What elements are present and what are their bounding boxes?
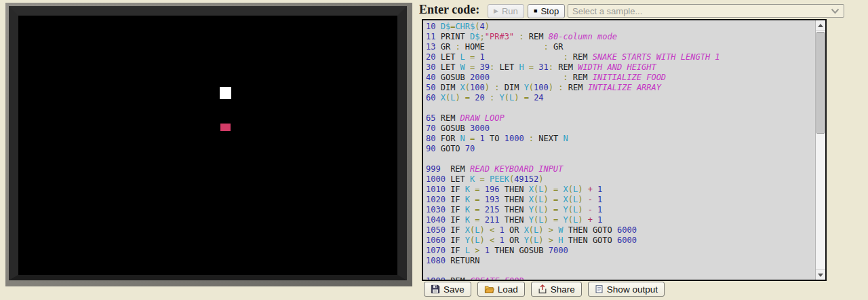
- stop-button-label: Stop: [540, 6, 559, 16]
- code-line: 13 GR : HOME : GR: [426, 42, 815, 52]
- run-button-label: Run: [502, 6, 518, 16]
- code-line: 50 DIM X(100) : DIM Y(100) : REM INTIALI…: [426, 83, 815, 93]
- code-line: 1020 IF K = 193 THEN X(L) = X(L) - 1: [426, 195, 815, 205]
- apple2-monitor: [5, 3, 412, 286]
- scrollbar-thumb[interactable]: [816, 32, 825, 134]
- sample-select[interactable]: Select a sample...: [568, 4, 844, 18]
- code-line: [426, 154, 815, 164]
- footer-toolbar: Save Load Share Show output: [424, 282, 665, 297]
- screen-bezel: [9, 6, 407, 280]
- code-line: 1070 IF L > 1 THEN GOSUB 7000: [426, 246, 815, 256]
- code-line: 40 GOSUB 2000 : REM INITIALIZE FOOD: [426, 73, 815, 83]
- code-line: 90 GOTO 70: [426, 144, 815, 154]
- code-line: 10 D$=CHR$(4): [426, 22, 815, 32]
- scroll-up-button[interactable]: [816, 20, 825, 31]
- load-button-label: Load: [498, 284, 518, 295]
- output-document-icon: [595, 284, 604, 294]
- code-line: [426, 266, 815, 276]
- show-output-button[interactable]: Show output: [588, 282, 665, 297]
- code-line: 30 LET W = 39: LET H = 31: REM WIDTH AND…: [426, 62, 815, 73]
- triangle-down-icon: [818, 274, 823, 277]
- triangle-up-icon: [818, 24, 823, 27]
- code-line: 1000 LET K = PEEK(49152): [426, 174, 815, 185]
- sample-select-value: Select a sample...: [572, 6, 642, 16]
- code-line: 60 X(L) = 20 : Y(L) = 24: [426, 93, 815, 103]
- show-output-button-label: Show output: [607, 284, 658, 295]
- graphics-screen[interactable]: [18, 16, 397, 275]
- code-line: 1999 REM CREATE FOOD: [426, 276, 815, 280]
- code-editor[interactable]: 10 D$=CHR$(4)11 PRINT D$;"PR#3" : REM 80…: [422, 19, 827, 281]
- code-line: 65 REM DRAW LOOP: [426, 113, 815, 124]
- share-button[interactable]: Share: [531, 282, 582, 297]
- code-content[interactable]: 10 D$=CHR$(4)11 PRINT D$;"PR#3" : REM 80…: [423, 20, 815, 280]
- code-line: 11 PRINT D$;"PR#3" : REM 80-column mode: [426, 32, 815, 42]
- code-line: 1010 IF K = 196 THEN X(L) = X(L) + 1: [426, 185, 815, 195]
- floppy-icon: [431, 284, 440, 294]
- code-line: 1050 IF X(L) < 1 OR X(L) > W THEN GOTO 6…: [426, 225, 815, 236]
- chevron-down-icon: [831, 8, 840, 14]
- save-button-label: Save: [443, 284, 465, 295]
- code-line: 80 FOR N = 1 TO 1000 : NEXT N: [426, 134, 815, 144]
- folder-icon: [484, 284, 494, 294]
- run-button[interactable]: ▶ Run: [488, 4, 524, 18]
- load-button[interactable]: Load: [477, 282, 525, 297]
- stop-icon: ■: [534, 8, 537, 14]
- save-button[interactable]: Save: [424, 282, 471, 297]
- snake-block: [220, 87, 231, 99]
- stop-button[interactable]: ■ Stop: [528, 4, 565, 18]
- food-block: [220, 124, 231, 131]
- share-icon: [538, 284, 547, 294]
- code-line: 70 GOSUB 3000: [426, 124, 815, 134]
- code-line: 20 LET L = 1 : REM SNAKE STARTS WITH LEN…: [426, 52, 815, 62]
- code-line: 999 REM READ KEYBOARD INPUT: [426, 164, 815, 174]
- enter-code-label: Enter code:: [419, 3, 479, 17]
- code-line: 1080 RETURN: [426, 256, 815, 266]
- code-line: 1030 IF K = 215 THEN Y(L) = Y(L) - 1: [426, 205, 815, 215]
- play-icon: ▶: [494, 8, 498, 14]
- code-line: [426, 103, 815, 113]
- code-line: 1060 IF Y(L) < 1 OR Y(L) > H THEN GOTO 6…: [426, 236, 815, 246]
- scroll-down-button[interactable]: [816, 269, 825, 280]
- code-line: 1040 IF K = 211 THEN Y(L) = Y(L) + 1: [426, 215, 815, 225]
- share-button-label: Share: [551, 284, 575, 295]
- editor-scrollbar[interactable]: [815, 20, 825, 280]
